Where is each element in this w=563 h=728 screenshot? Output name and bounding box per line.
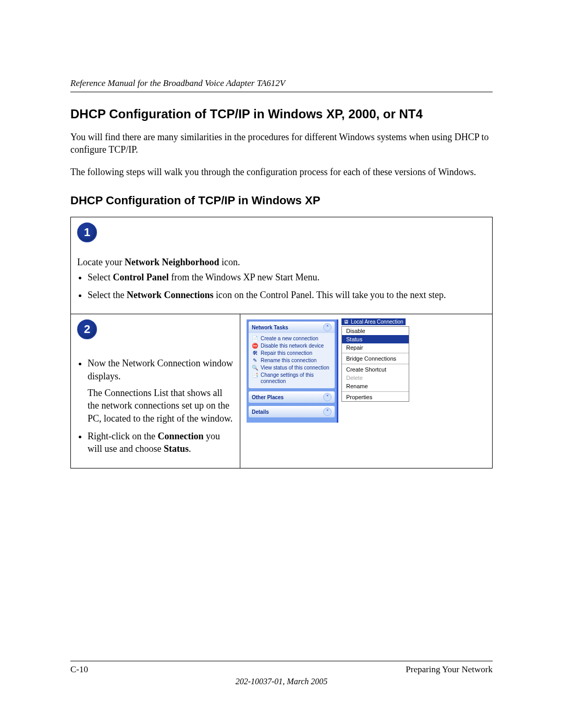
para-2: The following steps will walk you throug… — [70, 166, 493, 178]
repair-icon: 🛠 — [252, 350, 258, 356]
rename-icon: ✎ — [252, 357, 258, 364]
xp-task-rename[interactable]: ✎Rename this connection — [252, 357, 332, 364]
step1-intro: Locate your Network Neighborhood icon. — [77, 257, 486, 268]
network-icon: 🖥 — [344, 319, 349, 325]
xp-network-tasks: Network Tasks ˄ 📄Create a new connection… — [249, 322, 335, 388]
xp-details: Details ˅ — [249, 406, 335, 417]
steps-table: 1 Locate your Network Neighborhood icon.… — [70, 217, 493, 468]
chevron-down-icon[interactable]: ˅ — [323, 408, 332, 416]
ctx-delete: Delete — [342, 374, 409, 382]
doc-info: 202-10037-01, March 2005 — [70, 677, 493, 686]
disable-icon: ⛔ — [252, 343, 258, 349]
xp-network-tasks-header: Network Tasks — [252, 325, 288, 330]
ctx-status[interactable]: Status — [342, 335, 409, 343]
xp-other-places: Other Places ˅ — [249, 391, 335, 403]
xp-task-repair[interactable]: 🛠Repair this connection — [252, 350, 332, 357]
chevron-up-icon[interactable]: ˄ — [323, 323, 332, 331]
step2-bullet-1: Now the Network Connection window displa… — [88, 357, 234, 424]
ctx-separator — [342, 391, 409, 392]
step-badge-1: 1 — [77, 223, 97, 242]
screenshot-xp-network: Network Tasks ˄ 📄Create a new connection… — [247, 319, 486, 423]
xp-task-disable[interactable]: ⛔Disable this network device — [252, 342, 332, 350]
section-title: Preparing Your Network — [406, 664, 493, 675]
heading-sub: DHCP Configuration of TCP/IP in Windows … — [70, 194, 493, 207]
step-row-1: 1 Locate your Network Neighborhood icon.… — [71, 217, 493, 314]
xp-task-settings[interactable]: 📑Change settings of this connection — [252, 372, 332, 385]
xp-task-create[interactable]: 📄Create a new connection — [252, 335, 332, 342]
ctx-bridge[interactable]: Bridge Connections — [342, 354, 409, 363]
ctx-separator — [342, 364, 409, 364]
running-header: Reference Manual for the Broadband Voice… — [70, 78, 493, 92]
page-number: C-10 — [70, 664, 88, 675]
step-row-2: 2 Now the Network Connection window disp… — [71, 314, 493, 468]
ctx-disable[interactable]: Disable — [342, 327, 409, 335]
settings-icon: 📑 — [252, 372, 258, 378]
ctx-repair[interactable]: Repair — [342, 343, 409, 352]
page-footer: C-10 Preparing Your Network 202-10037-01… — [70, 661, 493, 686]
ctx-separator — [342, 353, 409, 353]
step-badge-2: 2 — [77, 319, 97, 339]
para-1: You will find there are many similaritie… — [70, 131, 493, 156]
context-menu: Disable Status Repair Bridge Connections… — [341, 326, 409, 402]
ctx-rename[interactable]: Rename — [342, 382, 409, 390]
status-icon: 🔍 — [252, 365, 258, 371]
step2-bullet-2: Right-click on the Connection you will u… — [88, 430, 234, 455]
step1-bullet-1: Select Control Panel from the Windows XP… — [88, 271, 486, 283]
new-connection-icon: 📄 — [252, 336, 258, 342]
xp-sidebar: Network Tasks ˄ 📄Create a new connection… — [247, 319, 338, 423]
ctx-shortcut[interactable]: Create Shortcut — [342, 365, 409, 374]
heading-main: DHCP Configuration of TCP/IP in Windows … — [70, 107, 493, 121]
xp-task-status[interactable]: 🔍View status of this connection — [252, 364, 332, 372]
local-area-connection[interactable]: 🖥 Local Area Connection — [341, 318, 406, 325]
step1-bullet-2: Select the Network Connections icon on t… — [88, 289, 486, 301]
ctx-properties[interactable]: Properties — [342, 393, 409, 401]
xp-connection-area: 🖥 Local Area Connection Disable Status R… — [341, 318, 409, 423]
chevron-down-icon[interactable]: ˅ — [323, 393, 332, 401]
